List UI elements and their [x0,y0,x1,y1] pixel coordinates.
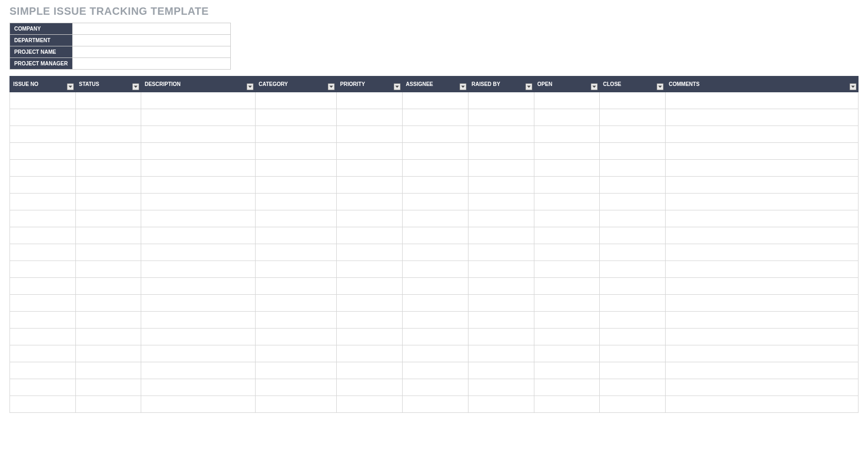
table-cell[interactable] [75,227,141,244]
table-cell[interactable] [10,329,76,345]
table-cell[interactable] [534,92,600,109]
table-cell[interactable] [534,396,600,413]
table-cell[interactable] [534,345,600,362]
table-cell[interactable] [666,379,859,396]
table-cell[interactable] [468,396,534,413]
table-cell[interactable] [75,295,141,312]
table-cell[interactable] [600,261,666,278]
table-cell[interactable] [75,312,141,329]
table-cell[interactable] [141,278,255,295]
info-value-project-name[interactable] [72,46,230,58]
table-cell[interactable] [141,126,255,143]
table-cell[interactable] [666,261,859,278]
table-cell[interactable] [600,362,666,379]
table-cell[interactable] [666,345,859,362]
table-cell[interactable] [468,126,534,143]
table-cell[interactable] [666,295,859,312]
table-cell[interactable] [600,160,666,177]
table-cell[interactable] [468,261,534,278]
table-cell[interactable] [403,345,469,362]
table-cell[interactable] [337,345,403,362]
table-cell[interactable] [468,109,534,126]
table-cell[interactable] [600,396,666,413]
table-cell[interactable] [534,295,600,312]
table-cell[interactable] [468,160,534,177]
table-cell[interactable] [75,126,141,143]
table-cell[interactable] [337,379,403,396]
table-cell[interactable] [337,210,403,227]
table-cell[interactable] [468,345,534,362]
table-cell[interactable] [141,227,255,244]
table-cell[interactable] [337,396,403,413]
filter-dropdown-icon[interactable] [850,83,856,90]
table-cell[interactable] [534,210,600,227]
table-cell[interactable] [141,312,255,329]
filter-dropdown-icon[interactable] [67,83,74,90]
table-cell[interactable] [534,379,600,396]
table-cell[interactable] [141,92,255,109]
table-cell[interactable] [468,210,534,227]
table-cell[interactable] [666,92,859,109]
info-value-project-manager[interactable] [72,58,230,70]
table-cell[interactable] [337,362,403,379]
table-cell[interactable] [403,210,469,227]
table-cell[interactable] [255,210,337,227]
table-cell[interactable] [534,362,600,379]
table-cell[interactable] [10,244,76,261]
table-cell[interactable] [10,362,76,379]
table-cell[interactable] [600,329,666,345]
filter-dropdown-icon[interactable] [394,83,401,90]
table-cell[interactable] [141,160,255,177]
table-cell[interactable] [337,261,403,278]
table-cell[interactable] [666,312,859,329]
table-cell[interactable] [10,160,76,177]
table-cell[interactable] [255,227,337,244]
table-cell[interactable] [141,210,255,227]
table-cell[interactable] [468,278,534,295]
table-cell[interactable] [337,160,403,177]
table-cell[interactable] [468,143,534,160]
table-cell[interactable] [600,312,666,329]
table-cell[interactable] [534,194,600,210]
table-cell[interactable] [10,312,76,329]
table-cell[interactable] [403,379,469,396]
table-cell[interactable] [337,295,403,312]
table-cell[interactable] [337,177,403,194]
table-cell[interactable] [534,160,600,177]
table-cell[interactable] [141,109,255,126]
table-cell[interactable] [337,312,403,329]
table-cell[interactable] [468,312,534,329]
table-cell[interactable] [255,261,337,278]
table-cell[interactable] [337,109,403,126]
table-cell[interactable] [255,126,337,143]
table-cell[interactable] [10,261,76,278]
table-cell[interactable] [255,177,337,194]
table-cell[interactable] [600,244,666,261]
table-cell[interactable] [255,312,337,329]
table-cell[interactable] [666,126,859,143]
table-cell[interactable] [10,177,76,194]
table-cell[interactable] [666,210,859,227]
table-cell[interactable] [75,109,141,126]
table-cell[interactable] [141,396,255,413]
filter-dropdown-icon[interactable] [132,83,139,90]
table-cell[interactable] [255,244,337,261]
table-cell[interactable] [255,362,337,379]
table-cell[interactable] [75,261,141,278]
table-cell[interactable] [141,177,255,194]
filter-dropdown-icon[interactable] [657,83,664,90]
table-cell[interactable] [403,227,469,244]
table-cell[interactable] [10,278,76,295]
table-cell[interactable] [75,345,141,362]
table-cell[interactable] [75,92,141,109]
table-cell[interactable] [666,160,859,177]
table-cell[interactable] [403,126,469,143]
table-cell[interactable] [75,194,141,210]
table-cell[interactable] [600,345,666,362]
table-cell[interactable] [666,177,859,194]
table-cell[interactable] [337,126,403,143]
table-cell[interactable] [337,278,403,295]
table-cell[interactable] [403,329,469,345]
table-cell[interactable] [75,244,141,261]
table-cell[interactable] [534,109,600,126]
